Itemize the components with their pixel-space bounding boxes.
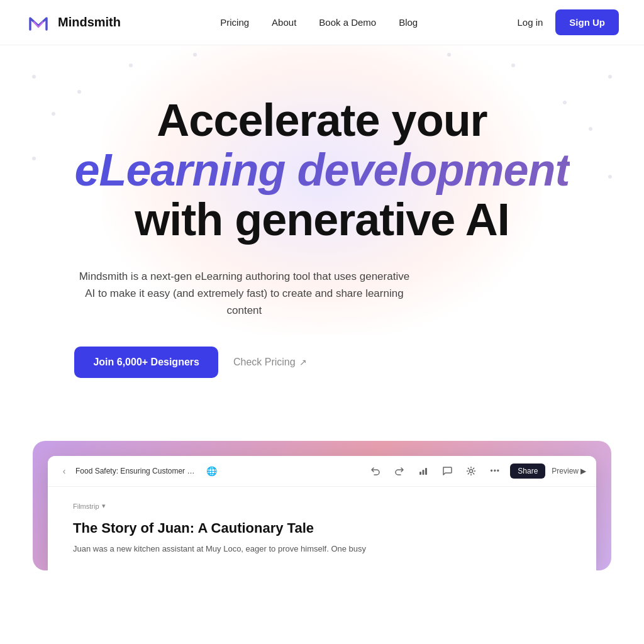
hero-title-line3: with generative AI: [74, 195, 569, 245]
svg-rect-1: [419, 472, 421, 475]
redo-button[interactable]: [391, 462, 408, 480]
preview-arrow-icon: ▶: [580, 467, 586, 475]
hero-title-line2: eLearning development: [74, 145, 569, 195]
more-icon: •••: [490, 467, 500, 475]
settings-button[interactable]: [462, 462, 480, 480]
back-button[interactable]: ‹: [58, 465, 70, 477]
nav-link-book-demo[interactable]: Book a Demo: [319, 17, 376, 28]
arrow-icon: ↗: [299, 357, 307, 367]
app-preview-container: ‹ Food Safety: Ensuring Customer Well-be…: [33, 441, 611, 570]
cta-secondary-label: Check Pricing: [233, 357, 296, 368]
content-text: Juan was a new kitchen assistant at Muy …: [73, 543, 571, 555]
app-content-area: Filmstrip ▾ The Story of Juan: A Caution…: [48, 487, 596, 570]
hero-subtitle: Mindsmith is a next-gen eLearning author…: [74, 268, 414, 319]
chart-icon: [418, 466, 428, 476]
filmstrip-label: Filmstrip ▾: [73, 502, 571, 510]
back-icon: ‹: [63, 466, 66, 476]
comments-button[interactable]: [438, 462, 456, 480]
content-title: The Story of Juan: A Cautionary Tale: [73, 520, 571, 536]
chevron-down-icon: ▾: [102, 502, 106, 510]
nav-links: Pricing About Book a Demo Blog: [220, 17, 418, 28]
settings-icon: [466, 466, 476, 476]
navbar: Mindsmith Pricing About Book a Demo Blog…: [0, 0, 644, 45]
app-toolbar-right: ••• Share Preview ▶: [367, 462, 586, 480]
nav-link-blog[interactable]: Blog: [399, 17, 418, 28]
svg-point-4: [470, 470, 473, 473]
chat-icon: [442, 466, 452, 476]
cta-primary-button[interactable]: Join 6,000+ Designers: [74, 347, 218, 378]
logo[interactable]: Mindsmith: [25, 9, 121, 36]
preview-label: Preview: [552, 467, 579, 475]
undo-icon: [370, 466, 380, 476]
analytics-button[interactable]: [414, 462, 432, 480]
hero-heading: Accelerate your eLearning development wi…: [74, 96, 569, 245]
globe-icon: 🌐: [206, 466, 217, 476]
hero-buttons: Join 6,000+ Designers Check Pricing ↗: [74, 347, 569, 378]
redo-icon: [394, 466, 404, 476]
login-button[interactable]: Log in: [517, 17, 543, 28]
toolbar-title: Food Safety: Ensuring Customer Well-bein…: [75, 467, 201, 475]
hero-title-line1: Accelerate your: [74, 96, 569, 145]
more-button[interactable]: •••: [486, 462, 504, 480]
nav-actions: Log in Sign Up: [517, 9, 619, 35]
app-toolbar: ‹ Food Safety: Ensuring Customer Well-be…: [48, 456, 596, 487]
app-toolbar-left: ‹ Food Safety: Ensuring Customer Well-be…: [58, 465, 217, 477]
svg-rect-2: [423, 470, 425, 475]
logo-icon: [25, 9, 52, 36]
svg-rect-3: [425, 468, 427, 475]
undo-button[interactable]: [367, 462, 384, 480]
signup-button[interactable]: Sign Up: [555, 9, 619, 35]
share-button[interactable]: Share: [510, 464, 545, 479]
hero-section: Accelerate your eLearning development wi…: [0, 45, 644, 416]
app-preview-section: ‹ Food Safety: Ensuring Customer Well-be…: [0, 441, 644, 570]
preview-button[interactable]: Preview ▶: [552, 467, 586, 475]
logo-text: Mindsmith: [58, 15, 121, 30]
cta-secondary-button[interactable]: Check Pricing ↗: [233, 357, 307, 368]
nav-link-about[interactable]: About: [272, 17, 296, 28]
hero-content: Accelerate your eLearning development wi…: [74, 96, 569, 378]
nav-link-pricing[interactable]: Pricing: [220, 17, 249, 28]
app-window: ‹ Food Safety: Ensuring Customer Well-be…: [48, 456, 596, 570]
